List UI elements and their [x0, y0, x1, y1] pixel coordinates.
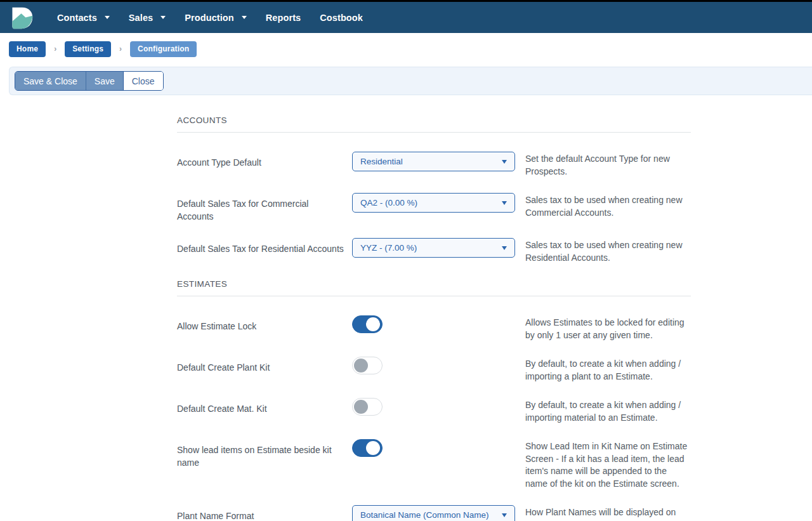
setting-row-commercial-sales-tax: Default Sales Tax for Commercial Account…: [177, 193, 691, 223]
breadcrumb-settings[interactable]: Settings: [65, 41, 111, 57]
toggle-knob: [366, 441, 380, 455]
allow-estimate-lock-toggle[interactable]: [352, 315, 383, 333]
save-button[interactable]: Save: [86, 72, 123, 90]
residential-sales-tax-select[interactable]: YYZ - (7.00 %): [352, 238, 515, 258]
show-lead-items-toggle[interactable]: [352, 439, 383, 457]
action-toolbar: Save & Close Save Close: [9, 67, 812, 95]
main-menu: Contacts Sales Production Reports Costbo…: [57, 13, 363, 23]
chevron-down-icon: [160, 16, 166, 19]
section-title: ACCOUNTS: [177, 115, 691, 133]
commercial-sales-tax-select[interactable]: QA2 - (0.00 %): [352, 193, 515, 213]
section-accounts: ACCOUNTS Account Type Default Residentia…: [177, 115, 691, 264]
setting-help: Set the default Account Type for new Pro…: [525, 152, 691, 178]
breadcrumb-configuration[interactable]: Configuration: [130, 41, 197, 57]
setting-row-residential-sales-tax: Default Sales Tax for Residential Accoun…: [177, 238, 691, 264]
setting-help: Sales tax to be used when creating new C…: [525, 193, 691, 223]
nav-item-reports[interactable]: Reports: [266, 13, 301, 23]
plant-name-format-select[interactable]: Botanical Name (Common Name): [352, 505, 515, 521]
configuration-form: ACCOUNTS Account Type Default Residentia…: [177, 115, 691, 521]
setting-help: Allows Estimates to be locked for editin…: [525, 315, 691, 341]
breadcrumb-home[interactable]: Home: [9, 41, 46, 57]
chevron-down-icon: [502, 246, 507, 250]
breadcrumb: Home › Settings › Configuration: [9, 41, 812, 57]
setting-label: Account Type Default: [177, 152, 352, 178]
breadcrumb-separator: ›: [119, 44, 122, 53]
chevron-down-icon: [105, 16, 110, 19]
close-button[interactable]: Close: [123, 72, 163, 90]
default-create-mat-kit-toggle[interactable]: [352, 398, 383, 416]
setting-help: How Plant Names will be displayed on Est…: [525, 505, 691, 521]
save-and-close-button[interactable]: Save & Close: [15, 72, 86, 90]
toggle-knob: [366, 317, 380, 331]
default-create-plant-kit-toggle[interactable]: [352, 357, 383, 374]
setting-label: Show lead items on Estimate beside kit n…: [177, 439, 352, 490]
setting-row-account-type-default: Account Type Default Residential Set the…: [177, 152, 691, 178]
section-title: ESTIMATES: [177, 279, 691, 296]
setting-help: By default, to create a kit when adding …: [525, 398, 691, 424]
toolbar-button-group: Save & Close Save Close: [15, 71, 164, 91]
breadcrumb-separator: ›: [54, 44, 56, 53]
chevron-down-icon: [502, 160, 507, 164]
setting-help: Sales tax to be used when creating new R…: [525, 238, 691, 264]
app-logo[interactable]: [9, 5, 34, 30]
toggle-knob: [354, 400, 368, 414]
setting-label: Allow Estimate Lock: [177, 315, 352, 341]
account-type-default-select[interactable]: Residential: [352, 152, 515, 171]
setting-label: Default Sales Tax for Commercial Account…: [177, 193, 352, 223]
setting-row-plant-name-format: Plant Name Format Botanical Name (Common…: [177, 505, 691, 521]
setting-row-default-create-mat-kit: Default Create Mat. Kit By default, to c…: [177, 398, 691, 424]
chevron-down-icon: [502, 513, 507, 517]
nav-item-production[interactable]: Production: [185, 13, 247, 23]
setting-row-show-lead-items: Show lead items on Estimate beside kit n…: [177, 439, 691, 490]
setting-row-default-create-plant-kit: Default Create Plant Kit By default, to …: [177, 357, 691, 383]
setting-label: Default Create Plant Kit: [177, 357, 352, 383]
nav-item-costbook[interactable]: Costbook: [320, 13, 363, 23]
toggle-knob: [354, 359, 368, 373]
section-estimates: ESTIMATES Allow Estimate Lock Allows Est…: [177, 279, 691, 521]
nav-item-sales[interactable]: Sales: [129, 13, 166, 23]
setting-label: Default Sales Tax for Residential Accoun…: [177, 238, 352, 264]
chevron-down-icon: [242, 16, 247, 19]
setting-help: By default, to create a kit when adding …: [525, 357, 691, 383]
nav-item-contacts[interactable]: Contacts: [57, 13, 110, 23]
setting-label: Default Create Mat. Kit: [177, 398, 352, 424]
setting-help: Show Lead Item in Kit Name on Estimate S…: [525, 439, 691, 490]
setting-label: Plant Name Format: [177, 505, 352, 521]
top-navbar: Contacts Sales Production Reports Costbo…: [0, 2, 812, 33]
setting-row-allow-estimate-lock: Allow Estimate Lock Allows Estimates to …: [177, 315, 691, 341]
chevron-down-icon: [502, 201, 507, 205]
